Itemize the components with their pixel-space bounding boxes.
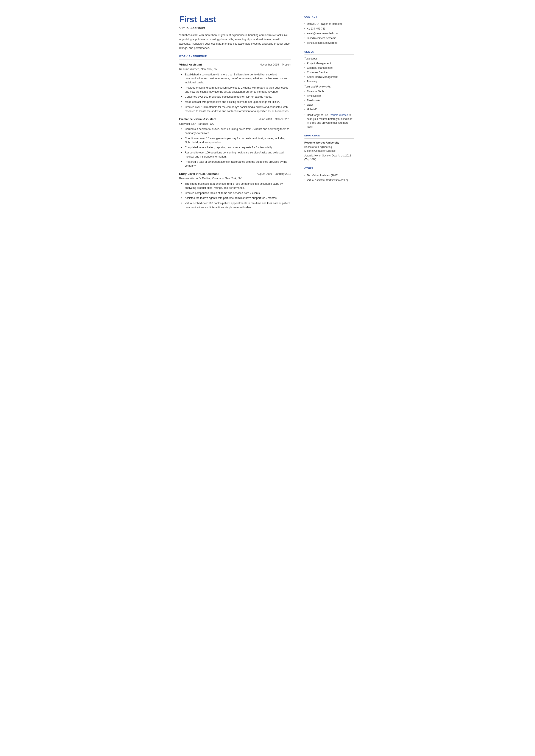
tools-label: Tools and Frameworks: (304, 85, 354, 89)
list-item: Virtual scribed over 100 doctor-patient … (181, 201, 291, 210)
candidate-summary: Virtual Assistant with more than 10 year… (179, 33, 291, 50)
list-item: Carried out secretarial duties, such as … (181, 127, 291, 135)
promo-text: Don't forget to use Resume Worded to sca… (304, 113, 354, 129)
list-item: Time Doctor (304, 94, 354, 98)
list-item: linkedin.com/in/username (304, 36, 354, 40)
education-header: EDUCATION (304, 134, 354, 139)
contact-section: CONTACT Denver, OH (Open to Remote) +1-2… (304, 15, 354, 45)
list-item: +1-234-456-789 (304, 27, 354, 31)
job-bullets-1: Established a connection with more than … (179, 72, 291, 113)
tools-list: Financial Tools Time Doctor Freshbooks W… (304, 90, 354, 111)
candidate-name: First Last (179, 15, 291, 24)
job-dates-3: August 2010 – January 2013 (257, 172, 291, 176)
job-block-3: Entry-Level Virtual Assistant August 201… (179, 172, 291, 210)
list-item: Coordinated over 10 arrangements per day… (181, 136, 291, 145)
list-item: Hubstaff (304, 107, 354, 111)
job-company-1: Resume Worded, New York, NY (179, 67, 291, 71)
edu-major: Major in Computer Science (304, 149, 354, 153)
resume-worded-link[interactable]: Resume Worded (329, 114, 348, 117)
work-experience-header: WORK EXPERIENCE (179, 55, 291, 59)
list-item: Completed reconciliation, reporting, and… (181, 146, 291, 150)
list-item: Planning (304, 79, 354, 83)
list-item: Top Virtual Assistant (2017) (304, 174, 354, 177)
list-item: Made contact with prospective and existi… (181, 100, 291, 104)
job-dates-2: June 2013 – October 2015 (259, 117, 291, 121)
job-title-2: Freelance Virtual Assistant (179, 117, 216, 121)
job-dates-1: November 2015 – Present (260, 63, 291, 67)
other-list: Top Virtual Assistant (2017) Virtual Ass… (304, 174, 354, 182)
list-item: Converted over 100 previously published … (181, 95, 291, 99)
list-item: Translated business data priorities from… (181, 182, 291, 190)
techniques-label: Techniques: (304, 57, 354, 61)
edu-degree: Bachelor of Engineering (304, 145, 354, 149)
edu-awards: Awards: Honor Society, Dean's List 2012 … (304, 154, 354, 161)
list-item: Wave (304, 103, 354, 107)
list-item: Freshbooks (304, 98, 354, 102)
job-company-2: Growthsi, San Francisco, CA (179, 122, 291, 126)
other-section: OTHER Top Virtual Assistant (2017) Virtu… (304, 167, 354, 182)
education-section: EDUCATION Resume Worded University Bache… (304, 134, 354, 161)
list-item: Created over 100 materials for the compa… (181, 105, 291, 113)
list-item: Established a connection with more than … (181, 72, 291, 85)
job-title-1: Virtual Assistant (179, 63, 202, 67)
skills-section: SKILLS Techniques: Project Management Ca… (304, 50, 354, 129)
list-item: Financial Tools (304, 90, 354, 93)
skills-header: SKILLS (304, 50, 354, 55)
list-item: Respond to over 100 questions concerning… (181, 151, 291, 159)
list-item: Provided email and communication service… (181, 86, 291, 94)
list-item: Created comparison tables of items and s… (181, 191, 291, 195)
list-item: Calendar Management (304, 66, 354, 70)
other-header: OTHER (304, 167, 354, 171)
edu-school: Resume Worded University (304, 141, 354, 145)
list-item: Customer Service (304, 70, 354, 74)
list-item: Virtual Assistant Certification (2022) (304, 178, 354, 182)
job-bullets-2: Carried out secretarial duties, such as … (179, 127, 291, 168)
list-item: Project Management (304, 61, 354, 65)
list-item: email@resumeworded.com (304, 32, 354, 35)
job-title-3: Entry-Level Virtual Assistant (179, 172, 219, 176)
list-item: Assisted the team's agents with part-tim… (181, 196, 291, 200)
list-item: Prepared a total of 30 presentations in … (181, 160, 291, 168)
job-company-3: Resume Worded's Exciting Company, New Yo… (179, 177, 291, 181)
candidate-title: Virtual Assistant (179, 25, 291, 31)
techniques-list: Project Management Calendar Management C… (304, 61, 354, 83)
list-item: Social Media Management (304, 75, 354, 79)
list-item: github.com/resumeworded (304, 41, 354, 45)
contact-list: Denver, OH (Open to Remote) +1-234-456-7… (304, 22, 354, 45)
job-bullets-3: Translated business data priorities from… (179, 182, 291, 210)
job-block-1: Virtual Assistant November 2015 – Presen… (179, 63, 291, 113)
list-item: Denver, OH (Open to Remote) (304, 22, 354, 26)
contact-header: CONTACT (304, 15, 354, 20)
job-block-2: Freelance Virtual Assistant June 2013 – … (179, 117, 291, 168)
